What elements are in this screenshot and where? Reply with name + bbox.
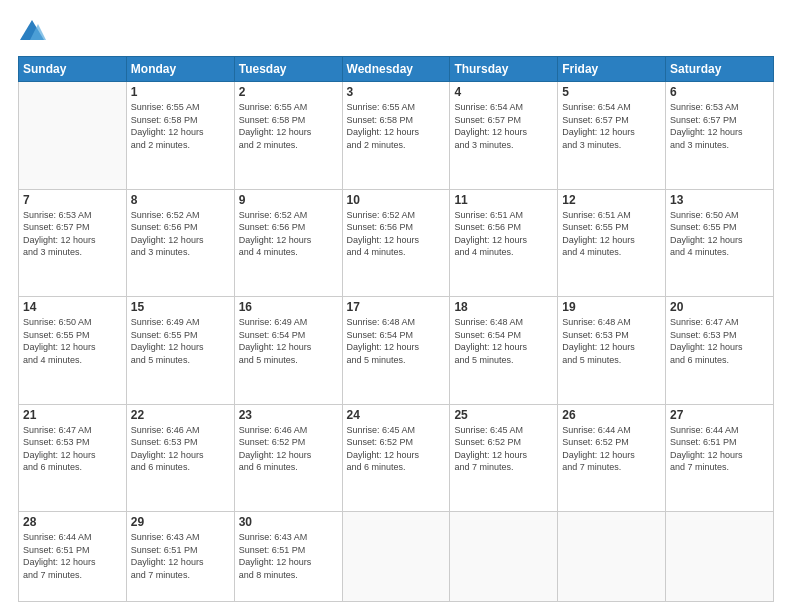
calendar-cell (19, 82, 127, 190)
day-info: Sunrise: 6:54 AMSunset: 6:57 PMDaylight:… (562, 101, 661, 151)
calendar-cell (666, 512, 774, 602)
day-number: 14 (23, 300, 122, 314)
day-number: 2 (239, 85, 338, 99)
day-number: 15 (131, 300, 230, 314)
day-info: Sunrise: 6:48 AMSunset: 6:53 PMDaylight:… (562, 316, 661, 366)
day-number: 23 (239, 408, 338, 422)
calendar-cell: 22Sunrise: 6:46 AMSunset: 6:53 PMDayligh… (126, 404, 234, 512)
day-info: Sunrise: 6:47 AMSunset: 6:53 PMDaylight:… (670, 316, 769, 366)
calendar-cell: 18Sunrise: 6:48 AMSunset: 6:54 PMDayligh… (450, 297, 558, 405)
week-row-4: 21Sunrise: 6:47 AMSunset: 6:53 PMDayligh… (19, 404, 774, 512)
day-number: 22 (131, 408, 230, 422)
day-number: 11 (454, 193, 553, 207)
day-number: 17 (347, 300, 446, 314)
day-info: Sunrise: 6:43 AMSunset: 6:51 PMDaylight:… (239, 531, 338, 581)
calendar-cell: 27Sunrise: 6:44 AMSunset: 6:51 PMDayligh… (666, 404, 774, 512)
calendar: SundayMondayTuesdayWednesdayThursdayFrid… (18, 56, 774, 602)
calendar-cell: 25Sunrise: 6:45 AMSunset: 6:52 PMDayligh… (450, 404, 558, 512)
day-number: 21 (23, 408, 122, 422)
day-info: Sunrise: 6:52 AMSunset: 6:56 PMDaylight:… (239, 209, 338, 259)
calendar-cell (450, 512, 558, 602)
day-number: 30 (239, 515, 338, 529)
calendar-cell: 20Sunrise: 6:47 AMSunset: 6:53 PMDayligh… (666, 297, 774, 405)
day-info: Sunrise: 6:51 AMSunset: 6:56 PMDaylight:… (454, 209, 553, 259)
weekday-header-thursday: Thursday (450, 57, 558, 82)
calendar-cell (558, 512, 666, 602)
day-number: 7 (23, 193, 122, 207)
calendar-cell: 9Sunrise: 6:52 AMSunset: 6:56 PMDaylight… (234, 189, 342, 297)
day-info: Sunrise: 6:44 AMSunset: 6:51 PMDaylight:… (670, 424, 769, 474)
calendar-cell: 14Sunrise: 6:50 AMSunset: 6:55 PMDayligh… (19, 297, 127, 405)
week-row-5: 28Sunrise: 6:44 AMSunset: 6:51 PMDayligh… (19, 512, 774, 602)
day-info: Sunrise: 6:44 AMSunset: 6:51 PMDaylight:… (23, 531, 122, 581)
weekday-header-friday: Friday (558, 57, 666, 82)
logo (18, 18, 50, 46)
logo-icon (18, 18, 46, 46)
day-number: 6 (670, 85, 769, 99)
calendar-cell: 30Sunrise: 6:43 AMSunset: 6:51 PMDayligh… (234, 512, 342, 602)
weekday-header-tuesday: Tuesday (234, 57, 342, 82)
page: SundayMondayTuesdayWednesdayThursdayFrid… (0, 0, 792, 612)
calendar-cell: 12Sunrise: 6:51 AMSunset: 6:55 PMDayligh… (558, 189, 666, 297)
day-number: 19 (562, 300, 661, 314)
calendar-cell: 8Sunrise: 6:52 AMSunset: 6:56 PMDaylight… (126, 189, 234, 297)
day-info: Sunrise: 6:48 AMSunset: 6:54 PMDaylight:… (347, 316, 446, 366)
day-number: 10 (347, 193, 446, 207)
day-info: Sunrise: 6:45 AMSunset: 6:52 PMDaylight:… (347, 424, 446, 474)
day-info: Sunrise: 6:51 AMSunset: 6:55 PMDaylight:… (562, 209, 661, 259)
day-info: Sunrise: 6:52 AMSunset: 6:56 PMDaylight:… (347, 209, 446, 259)
week-row-2: 7Sunrise: 6:53 AMSunset: 6:57 PMDaylight… (19, 189, 774, 297)
day-number: 20 (670, 300, 769, 314)
day-info: Sunrise: 6:55 AMSunset: 6:58 PMDaylight:… (131, 101, 230, 151)
day-info: Sunrise: 6:45 AMSunset: 6:52 PMDaylight:… (454, 424, 553, 474)
calendar-cell: 29Sunrise: 6:43 AMSunset: 6:51 PMDayligh… (126, 512, 234, 602)
calendar-cell: 15Sunrise: 6:49 AMSunset: 6:55 PMDayligh… (126, 297, 234, 405)
day-info: Sunrise: 6:46 AMSunset: 6:53 PMDaylight:… (131, 424, 230, 474)
calendar-cell: 7Sunrise: 6:53 AMSunset: 6:57 PMDaylight… (19, 189, 127, 297)
calendar-cell: 26Sunrise: 6:44 AMSunset: 6:52 PMDayligh… (558, 404, 666, 512)
calendar-cell: 21Sunrise: 6:47 AMSunset: 6:53 PMDayligh… (19, 404, 127, 512)
day-number: 1 (131, 85, 230, 99)
day-number: 25 (454, 408, 553, 422)
calendar-cell: 10Sunrise: 6:52 AMSunset: 6:56 PMDayligh… (342, 189, 450, 297)
day-info: Sunrise: 6:50 AMSunset: 6:55 PMDaylight:… (23, 316, 122, 366)
day-number: 3 (347, 85, 446, 99)
calendar-cell: 17Sunrise: 6:48 AMSunset: 6:54 PMDayligh… (342, 297, 450, 405)
calendar-cell: 13Sunrise: 6:50 AMSunset: 6:55 PMDayligh… (666, 189, 774, 297)
week-row-1: 1Sunrise: 6:55 AMSunset: 6:58 PMDaylight… (19, 82, 774, 190)
day-info: Sunrise: 6:53 AMSunset: 6:57 PMDaylight:… (23, 209, 122, 259)
day-info: Sunrise: 6:55 AMSunset: 6:58 PMDaylight:… (347, 101, 446, 151)
weekday-header-saturday: Saturday (666, 57, 774, 82)
day-info: Sunrise: 6:50 AMSunset: 6:55 PMDaylight:… (670, 209, 769, 259)
day-number: 28 (23, 515, 122, 529)
calendar-cell (342, 512, 450, 602)
calendar-cell: 24Sunrise: 6:45 AMSunset: 6:52 PMDayligh… (342, 404, 450, 512)
calendar-cell: 28Sunrise: 6:44 AMSunset: 6:51 PMDayligh… (19, 512, 127, 602)
day-number: 9 (239, 193, 338, 207)
day-number: 8 (131, 193, 230, 207)
calendar-cell: 11Sunrise: 6:51 AMSunset: 6:56 PMDayligh… (450, 189, 558, 297)
calendar-cell: 19Sunrise: 6:48 AMSunset: 6:53 PMDayligh… (558, 297, 666, 405)
day-info: Sunrise: 6:47 AMSunset: 6:53 PMDaylight:… (23, 424, 122, 474)
calendar-cell: 6Sunrise: 6:53 AMSunset: 6:57 PMDaylight… (666, 82, 774, 190)
calendar-cell: 2Sunrise: 6:55 AMSunset: 6:58 PMDaylight… (234, 82, 342, 190)
day-info: Sunrise: 6:46 AMSunset: 6:52 PMDaylight:… (239, 424, 338, 474)
calendar-cell: 5Sunrise: 6:54 AMSunset: 6:57 PMDaylight… (558, 82, 666, 190)
day-number: 29 (131, 515, 230, 529)
week-row-3: 14Sunrise: 6:50 AMSunset: 6:55 PMDayligh… (19, 297, 774, 405)
day-number: 4 (454, 85, 553, 99)
calendar-cell: 4Sunrise: 6:54 AMSunset: 6:57 PMDaylight… (450, 82, 558, 190)
header (18, 18, 774, 46)
day-info: Sunrise: 6:53 AMSunset: 6:57 PMDaylight:… (670, 101, 769, 151)
day-number: 12 (562, 193, 661, 207)
calendar-cell: 16Sunrise: 6:49 AMSunset: 6:54 PMDayligh… (234, 297, 342, 405)
day-number: 16 (239, 300, 338, 314)
day-number: 5 (562, 85, 661, 99)
day-info: Sunrise: 6:48 AMSunset: 6:54 PMDaylight:… (454, 316, 553, 366)
calendar-cell: 1Sunrise: 6:55 AMSunset: 6:58 PMDaylight… (126, 82, 234, 190)
day-info: Sunrise: 6:43 AMSunset: 6:51 PMDaylight:… (131, 531, 230, 581)
day-number: 27 (670, 408, 769, 422)
day-info: Sunrise: 6:44 AMSunset: 6:52 PMDaylight:… (562, 424, 661, 474)
calendar-cell: 3Sunrise: 6:55 AMSunset: 6:58 PMDaylight… (342, 82, 450, 190)
weekday-header-wednesday: Wednesday (342, 57, 450, 82)
